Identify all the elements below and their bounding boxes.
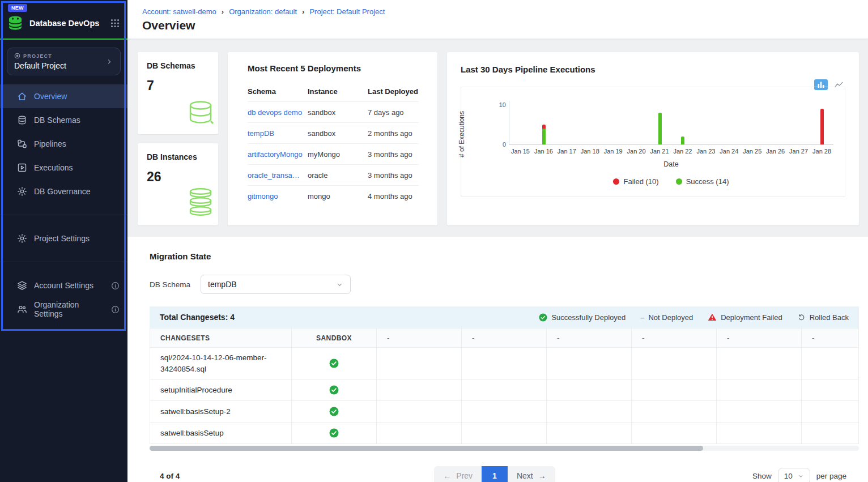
apps-grid-icon[interactable] <box>110 19 121 28</box>
play-square-icon <box>17 163 27 173</box>
sidebar-item-label: Organization Settings <box>34 300 104 318</box>
info-icon[interactable] <box>111 305 120 314</box>
pagination-count: 4 of 4 <box>160 472 273 480</box>
per-page-select[interactable]: 10 <box>778 468 810 482</box>
schema-link[interactable]: tempDB <box>248 129 308 138</box>
db-schema-selected-value: tempDB <box>208 280 237 289</box>
chevron-right-icon <box>105 58 113 66</box>
schema-link[interactable]: oracle_transact... <box>248 171 308 180</box>
db-schema-label: DB Schema <box>150 280 190 289</box>
total-changesets-bar: Total Changesets: 4 Successfully Deploye… <box>150 306 859 328</box>
x-axis-tick: Jan 27 <box>789 148 808 155</box>
last-deployed-cell: 3 months ago <box>368 150 419 159</box>
check-circle-icon <box>539 313 547 322</box>
sidebar-nav: Overview DB Schemas Pipelines Executions <box>0 84 127 203</box>
show-label: Show <box>752 472 772 480</box>
sidebar-item-overview[interactable]: Overview <box>0 84 127 108</box>
next-page-button[interactable]: Next → <box>508 466 555 482</box>
column-header-changesets: CHANGESETS <box>150 328 292 347</box>
horizontal-scrollbar[interactable] <box>150 446 859 451</box>
instance-cell: sandbox <box>308 129 368 138</box>
sidebar-item-account-settings[interactable]: Account Settings <box>0 274 127 297</box>
arrow-left-icon: ← <box>443 471 451 480</box>
x-axis-tick: Jan 21 <box>650 148 669 155</box>
info-icon[interactable] <box>111 281 120 290</box>
sidebar-item-db-schemas[interactable]: DB Schemas <box>0 108 127 132</box>
prev-page-button[interactable]: ← Prev <box>434 466 482 482</box>
empty-cell <box>462 347 547 379</box>
app-title: Database DevOps <box>29 19 105 28</box>
sidebar-item-label: Executions <box>34 163 73 172</box>
scrollbar-thumb[interactable] <box>150 446 703 451</box>
empty-cell <box>632 400 717 422</box>
x-axis-tick: Jan 24 <box>720 148 738 155</box>
chart-bar <box>542 125 546 144</box>
page-title: Overview <box>142 19 853 32</box>
sidebar-item-executions[interactable]: Executions <box>0 156 127 180</box>
table-row: oracle_transact... oracle 3 months ago <box>248 165 419 186</box>
breadcrumb-project-link[interactable]: Project: Default Project <box>309 7 385 16</box>
migration-state-section: Migration State DB Schema tempDB Total C… <box>127 237 868 482</box>
sidebar-divider <box>0 215 127 215</box>
db-stack-icon <box>184 187 216 221</box>
instance-cell: sandbox <box>308 108 368 117</box>
schema-link[interactable]: gitmongo <box>248 192 308 201</box>
column-header-empty: - <box>717 328 802 347</box>
table-row: artifactoryMongo myMongo 3 months ago <box>248 144 419 165</box>
schema-link[interactable]: artifactoryMongo <box>248 150 308 159</box>
sidebar-item-pipelines[interactable]: Pipelines <box>0 132 127 156</box>
empty-cell <box>547 347 632 379</box>
column-header-empty: - <box>632 328 717 347</box>
pipeline-executions-card: Last 30 Days Pipeline Executions # of Ex… <box>447 52 859 225</box>
breadcrumb-account-link[interactable]: Account: satwell-demo <box>142 7 216 16</box>
check-circle-icon <box>329 407 339 416</box>
overview-cards-area: DB Schemas 7 DB Instances <box>127 39 868 237</box>
app-root: NEW Database DevOps <box>0 0 868 482</box>
per-page-controls: Show 10 per page <box>716 468 846 482</box>
home-icon <box>17 91 27 101</box>
legend-rolled-back: Rolled Back <box>797 313 849 322</box>
page-number-button[interactable]: 1 <box>482 466 508 482</box>
table-row: gitmongo mongo 4 months ago <box>248 186 419 207</box>
sidebar-item-project-settings[interactable]: Project Settings <box>0 227 127 250</box>
chevron-down-icon <box>798 473 804 479</box>
changesets-table: CHANGESETS SANDBOX - - - - - - sql/2024-… <box>150 328 859 443</box>
deployments-card-title: Most Recent 5 Deployments <box>248 63 419 73</box>
empty-cell <box>632 422 717 443</box>
x-axis-label: Date <box>509 160 833 168</box>
legend-deployment-failed: Deployment Failed <box>708 313 782 322</box>
column-header: Last Deployed <box>368 87 419 96</box>
breadcrumb-organization-link[interactable]: Organization: default <box>229 7 297 16</box>
sidebar-item-organization-settings[interactable]: Organization Settings <box>0 297 127 321</box>
empty-cell <box>802 379 859 400</box>
page-header: Account: satwell-demo › Organization: de… <box>127 0 868 39</box>
legend-successfully-deployed: Successfully Deployed <box>539 313 626 322</box>
changeset-status-cell <box>292 379 377 400</box>
project-selector[interactable]: PROJECT Default Project <box>7 48 121 75</box>
db-schema-select[interactable]: tempDB <box>201 275 351 294</box>
empty-cell <box>632 347 717 379</box>
pagination: 4 of 4 ← Prev 1 Next → Show 10 <box>150 466 859 482</box>
table-row: tempDB sandbox 2 months ago <box>248 123 419 144</box>
legend-item-success: Success (14) <box>676 177 729 186</box>
project-name: Default Project <box>14 61 66 70</box>
sidebar-header: NEW Database DevOps <box>0 0 127 40</box>
main-content: Account: satwell-demo › Organization: de… <box>127 0 868 482</box>
x-axis-tick: Jan 18 <box>581 148 599 155</box>
instance-cell: oracle <box>308 171 368 180</box>
x-axis-tick: Jan 16 <box>534 148 553 155</box>
column-header-empty: - <box>802 328 859 347</box>
chart-bar <box>658 113 662 144</box>
recent-deployments-card: Most Recent 5 Deployments Schema Instanc… <box>228 52 437 225</box>
schema-link[interactable]: db devops demo <box>248 108 308 117</box>
gear-icon <box>17 186 27 197</box>
empty-cell <box>547 400 632 422</box>
total-changesets-label: Total Changesets: 4 <box>160 313 235 322</box>
db-instances-count: 26 <box>147 169 209 185</box>
sidebar-item-db-governance[interactable]: DB Governance <box>0 180 127 203</box>
chevron-down-icon <box>336 281 343 288</box>
x-axis-tick: Jan 20 <box>627 148 646 155</box>
legend-not-deployed: – Not Deployed <box>640 313 693 322</box>
chart-bar <box>820 109 824 144</box>
y-axis-label: # of Executions <box>458 109 466 160</box>
